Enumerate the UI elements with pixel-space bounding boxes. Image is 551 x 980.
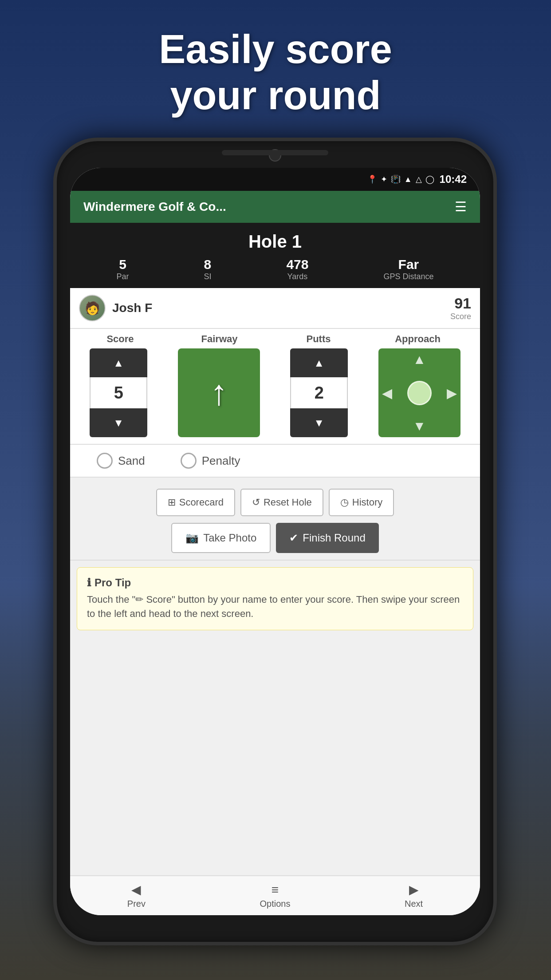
phone-frame: 📍 ✦ 📳 ▲ △ ◯ 10:42 Windermere Golf & Co..… xyxy=(53,138,497,945)
sand-checkbox-item[interactable]: Sand xyxy=(97,453,145,469)
speaker xyxy=(222,150,328,155)
next-label: Next xyxy=(405,899,423,909)
scorecard-icon: ⊞ xyxy=(168,497,176,508)
bluetooth-icon: ✦ xyxy=(381,174,387,184)
score-spinner: ▲ 5 ▼ xyxy=(90,348,147,437)
scorecard-button[interactable]: ⊞ Scorecard xyxy=(156,489,235,516)
penalty-checkbox[interactable] xyxy=(181,453,197,469)
approach-control[interactable]: ▲ ▼ ◀ ▶ xyxy=(378,348,460,437)
history-label: History xyxy=(352,497,382,508)
si-value: 8 xyxy=(204,257,211,272)
camera-icon: 📷 xyxy=(185,532,199,544)
sand-checkbox[interactable] xyxy=(97,453,113,469)
player-score-value: 91 xyxy=(450,295,471,312)
sand-label: Sand xyxy=(118,454,145,468)
finish-round-label: Finish Round xyxy=(303,532,365,544)
player-score-label: Score xyxy=(450,312,471,321)
approach-header: Approach xyxy=(377,333,459,345)
scoring-headers: Score Fairway Putts Approach xyxy=(77,333,473,345)
reset-hole-label: Reset Hole xyxy=(264,497,312,508)
take-photo-label: Take Photo xyxy=(203,532,256,544)
scoring-controls: ▲ 5 ▼ ↑ ▲ 2 ▼ ▲ ▼ xyxy=(77,348,473,437)
approach-down-icon: ▼ xyxy=(413,419,426,434)
prev-label: Prev xyxy=(127,899,146,909)
penalty-label: Penalty xyxy=(202,454,240,468)
nav-options[interactable]: ≡ Options xyxy=(260,883,291,909)
fairway-header: Fairway xyxy=(178,333,260,345)
action-row1: ⊞ Scorecard ↺ Reset Hole ◷ History xyxy=(79,489,471,516)
options-label: Options xyxy=(260,899,291,909)
player-name: Josh F xyxy=(112,301,450,315)
fairway-arrow-icon: ↑ xyxy=(210,372,228,413)
hole-title: Hole 1 xyxy=(79,232,471,252)
putts-spinner: ▲ 2 ▼ xyxy=(290,348,348,437)
prev-icon: ◀ xyxy=(131,882,141,897)
approach-left-icon: ◀ xyxy=(382,385,392,401)
par-value: 5 xyxy=(116,257,129,272)
score-down-button[interactable]: ▼ xyxy=(90,408,147,437)
approach-up-icon: ▲ xyxy=(413,352,426,367)
putts-up-button[interactable]: ▲ xyxy=(290,348,348,377)
options-icon: ≡ xyxy=(272,883,279,897)
info-icon: ℹ xyxy=(87,577,91,589)
history-button[interactable]: ◷ History xyxy=(329,489,394,516)
hole-gps: Far GPS Distance xyxy=(383,257,433,281)
hero-text: Easily score your round xyxy=(0,27,551,119)
action-buttons: ⊞ Scorecard ↺ Reset Hole ◷ History 📷 Tak… xyxy=(70,478,480,561)
hole-par: 5 Par xyxy=(116,257,129,281)
gps-label: GPS Distance xyxy=(383,272,433,281)
wifi-icon: ▲ xyxy=(404,175,412,184)
gps-value: Far xyxy=(383,257,433,272)
score-value: 5 xyxy=(90,377,147,408)
take-photo-button[interactable]: 📷 Take Photo xyxy=(171,523,271,553)
pro-tip-title-text: Pro Tip xyxy=(94,577,131,589)
player-score-section: 91 Score xyxy=(450,295,471,321)
putts-header: Putts xyxy=(290,333,347,345)
par-label: Par xyxy=(116,272,129,281)
finish-round-button[interactable]: ✔ Finish Round xyxy=(276,523,378,553)
checkbox-row: Sand Penalty xyxy=(70,445,480,478)
yards-label: Yards xyxy=(286,272,308,281)
hole-stats: 5 Par 8 SI 478 Yards Far GPS Distance xyxy=(79,257,471,281)
score-header: Score xyxy=(91,333,149,345)
pro-tip-text: Touch the "✏ Score" button by your name … xyxy=(87,593,463,621)
hole-yards: 478 Yards xyxy=(286,257,308,281)
scoring-grid: Score Fairway Putts Approach ▲ 5 ▼ ↑ ▲ xyxy=(70,329,480,445)
signal-icon: △ xyxy=(416,174,422,184)
player-avatar: 🧑 xyxy=(79,295,106,321)
alarm-icon: ◯ xyxy=(425,174,434,184)
menu-button[interactable]: ☰ xyxy=(455,200,467,213)
hole-section: Hole 1 5 Par 8 SI 478 Yards Far GPS Dist… xyxy=(70,223,480,288)
nav-prev[interactable]: ◀ Prev xyxy=(127,882,146,909)
bottom-nav: ◀ Prev ≡ Options ▶ Next xyxy=(70,875,480,915)
action-row2: 📷 Take Photo ✔ Finish Round xyxy=(79,523,471,553)
player-row[interactable]: 🧑 Josh F 91 Score xyxy=(70,288,480,329)
history-icon: ◷ xyxy=(340,497,349,508)
yards-value: 478 xyxy=(286,257,308,272)
approach-right-icon: ▶ xyxy=(447,385,457,401)
location-icon: 📍 xyxy=(367,174,377,184)
next-icon: ▶ xyxy=(409,882,419,897)
pro-tip: ℹ Pro Tip Touch the "✏ Score" button by … xyxy=(77,567,473,630)
scorecard-label: Scorecard xyxy=(179,497,224,508)
penalty-checkbox-item[interactable]: Penalty xyxy=(181,453,240,469)
nav-next[interactable]: ▶ Next xyxy=(405,882,423,909)
score-up-button[interactable]: ▲ xyxy=(90,348,147,377)
hero-line2: your round xyxy=(170,73,381,118)
app-header: Windermere Golf & Co... ☰ xyxy=(70,191,480,223)
phone-screen: 📍 ✦ 📳 ▲ △ ◯ 10:42 Windermere Golf & Co..… xyxy=(70,168,480,915)
app-title: Windermere Golf & Co... xyxy=(83,200,226,214)
approach-arrows: ▲ ▼ ◀ ▶ xyxy=(378,348,460,437)
vibrate-icon: 📳 xyxy=(391,174,401,184)
pro-tip-title: ℹ Pro Tip xyxy=(87,577,463,589)
check-icon: ✔ xyxy=(289,532,298,544)
reset-hole-button[interactable]: ↺ Reset Hole xyxy=(240,489,323,516)
status-time: 10:42 xyxy=(440,173,467,186)
reset-icon: ↺ xyxy=(252,497,260,508)
status-bar: 📍 ✦ 📳 ▲ △ ◯ 10:42 xyxy=(70,168,480,191)
si-label: SI xyxy=(204,272,211,281)
fairway-control[interactable]: ↑ xyxy=(178,348,260,437)
putts-down-button[interactable]: ▼ xyxy=(290,408,348,437)
status-icons: 📍 ✦ 📳 ▲ △ ◯ xyxy=(367,174,434,184)
hero-line1: Easily score xyxy=(159,27,392,71)
